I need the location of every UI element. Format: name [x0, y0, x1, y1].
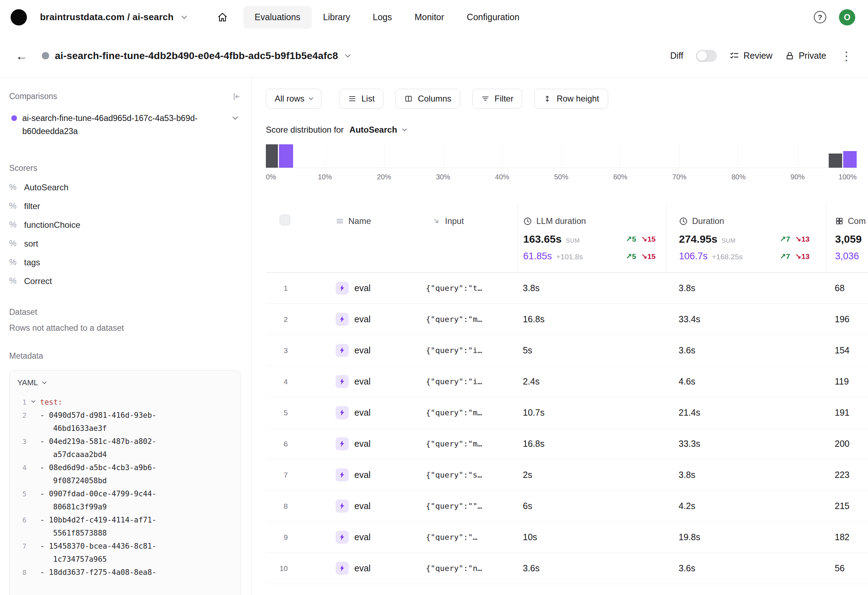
row-duration: 4.6s: [667, 376, 826, 387]
row-completion: 68: [826, 283, 868, 293]
braintrust-logo[interactable]: [10, 9, 27, 25]
comparison-color-dot: [11, 115, 17, 121]
row-llm-duration: 2s: [517, 470, 667, 480]
row-completion: 119: [826, 376, 868, 387]
review-button[interactable]: Review: [729, 51, 772, 61]
table-toolbar: All rows List Columns: [266, 89, 868, 109]
chevron-down-icon: [309, 96, 313, 100]
trend-down: ↘15: [641, 235, 655, 243]
kebab-menu[interactable]: ⋮: [840, 50, 852, 62]
trend-up: ↗7: [780, 252, 790, 261]
table-row[interactable]: 10 eval {"query":"n… 3.6s 3.6s 56: [266, 553, 868, 584]
line-number: 8: [10, 566, 27, 579]
column-header-llm-duration[interactable]: LLM duration 163.65s SUM ↗5 ↘15 61.85s: [517, 203, 667, 272]
row-name: eval: [354, 532, 371, 542]
table-row[interactable]: 8 eval {"query":""… 6s 4.2s 215: [266, 490, 868, 522]
percent-icon: %: [9, 276, 18, 286]
table-row[interactable]: 6 eval {"query":"m… 16.8s 33.3s 200: [266, 429, 868, 460]
collapse-panel-icon[interactable]: [232, 92, 241, 101]
percent-icon: %: [9, 201, 18, 211]
row-height-button[interactable]: Row height: [534, 89, 608, 109]
row-duration: 19.8s: [667, 532, 826, 542]
lock-icon: [785, 51, 794, 60]
tab-evaluations[interactable]: Evaluations: [243, 6, 311, 29]
review-checklist-icon: [729, 51, 739, 60]
eval-bolt-icon: [336, 499, 349, 513]
tab-configuration[interactable]: Configuration: [456, 6, 531, 29]
table-row[interactable]: 7 eval {"query":"s… 2s 3.8s 223: [266, 460, 868, 490]
rows-icon: [336, 217, 344, 225]
column-header-input[interactable]: Input: [426, 203, 517, 272]
trend-up: ↗7: [780, 235, 790, 243]
primary-tabs: Evaluations Library Logs Monitor Configu…: [243, 6, 531, 29]
scorer-sort[interactable]: % sort: [9, 234, 241, 253]
row-name: eval: [354, 470, 371, 480]
row-duration: 33.4s: [667, 314, 826, 324]
home-button[interactable]: [217, 12, 227, 22]
eval-bolt-icon: [336, 281, 349, 295]
scorers-title: Scorers: [9, 163, 241, 173]
scorer-functionchoice[interactable]: % functionChoice: [9, 215, 241, 234]
filter-button[interactable]: Filter: [472, 89, 522, 109]
eval-bolt-icon: [336, 375, 349, 388]
tab-logs[interactable]: Logs: [362, 6, 403, 29]
line-number: 1: [10, 396, 27, 409]
distribution-scorer: AutoSearch: [349, 125, 397, 135]
row-number: 10: [266, 564, 288, 573]
scorer-filter[interactable]: % filter: [9, 197, 241, 215]
percent-icon: %: [9, 239, 18, 248]
row-number: 5: [266, 409, 288, 417]
completion-delta: 3,036: [835, 251, 859, 262]
diff-toggle[interactable]: [696, 50, 717, 62]
avatar[interactable]: O: [839, 9, 855, 25]
line-number: 4: [10, 461, 27, 474]
scorer-correct[interactable]: % Correct: [9, 272, 241, 290]
table-row[interactable]: 2 eval {"query":"m… 16.8s 33.4s 196: [266, 304, 868, 335]
column-header-duration[interactable]: Duration 274.95s SUM ↗7 ↘13 106.7s: [667, 203, 826, 272]
column-header-name[interactable]: Name: [325, 203, 426, 272]
row-input: {"query":"t…: [426, 284, 517, 293]
chevron-down-icon[interactable]: [345, 52, 351, 57]
row-number: 2: [266, 315, 288, 324]
duration-sum: 274.95s: [679, 233, 717, 245]
row-number: 7: [266, 471, 288, 479]
all-rows-dropdown[interactable]: All rows: [266, 89, 322, 109]
columns-button[interactable]: Columns: [396, 89, 460, 109]
back-button[interactable]: ←: [16, 50, 28, 62]
main-content: All rows List Columns: [252, 78, 868, 595]
row-llm-duration: 16.8s: [517, 314, 667, 324]
list-view-button[interactable]: List: [339, 89, 383, 109]
scorer-tags[interactable]: % tags: [9, 253, 241, 272]
tab-library[interactable]: Library: [312, 6, 362, 29]
chevron-down-icon: [42, 380, 47, 384]
select-all-checkbox[interactable]: [280, 215, 290, 225]
yaml-format-select[interactable]: YAML: [10, 370, 241, 392]
row-height-icon: [543, 94, 552, 103]
private-button[interactable]: Private: [785, 51, 826, 61]
table-row[interactable]: 4 eval {"query":"i… 2.4s 4.6s 119: [266, 366, 868, 397]
breadcrumb[interactable]: braintrustdata.com / ai-search: [40, 12, 186, 23]
score-distribution-dropdown[interactable]: Score distribution for AutoSearch: [266, 125, 868, 135]
chevron-down-icon: [402, 127, 407, 131]
row-input: {"query":"m…: [426, 315, 517, 324]
help-button[interactable]: ?: [814, 11, 826, 24]
review-label: Review: [743, 51, 772, 61]
clock-icon: [679, 217, 688, 226]
clock-icon: [523, 217, 532, 226]
hist-bar-comparison-100pct: [829, 153, 842, 168]
table-row[interactable]: 9 eval {"query":"… 10s 19.8s 182: [266, 522, 868, 553]
column-header-completion[interactable]: Com 3,059 3,036: [826, 203, 868, 272]
scorer-autosearch[interactable]: % AutoSearch: [9, 178, 241, 197]
comparison-experiment[interactable]: ai-search-fine-tune-46ad965d-167c-4a53-b…: [9, 112, 241, 138]
row-duration: 21.4s: [667, 408, 826, 418]
filter-icon: [481, 94, 490, 103]
table-row[interactable]: 1 eval {"query":"t… 3.8s 3.8s 68: [266, 273, 868, 304]
row-input: {"query":"m…: [426, 408, 517, 417]
arrow-down-right-icon: [432, 217, 441, 225]
table-row[interactable]: 3 eval {"query":"i… 5s 3.6s 154: [266, 335, 868, 366]
llm-delta: 61.85s: [523, 251, 552, 262]
metadata-title: Metadata: [9, 351, 241, 361]
collapse-line-icon[interactable]: [31, 399, 35, 403]
tab-monitor[interactable]: Monitor: [403, 6, 455, 29]
table-row[interactable]: 5 eval {"query":"m… 10.7s 21.4s 191: [266, 397, 868, 429]
